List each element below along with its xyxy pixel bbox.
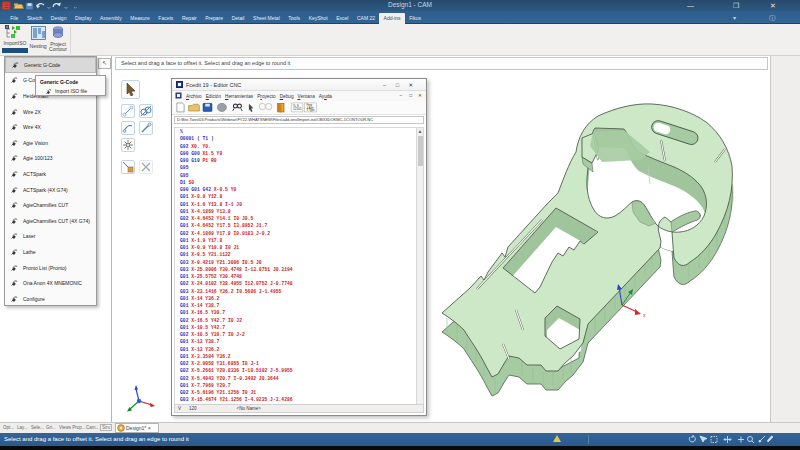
svg-text:x: x [643,312,646,318]
svg-text:12101: 12101 [293,107,302,111]
svg-text:3 Type: 3 Type [307,108,316,112]
